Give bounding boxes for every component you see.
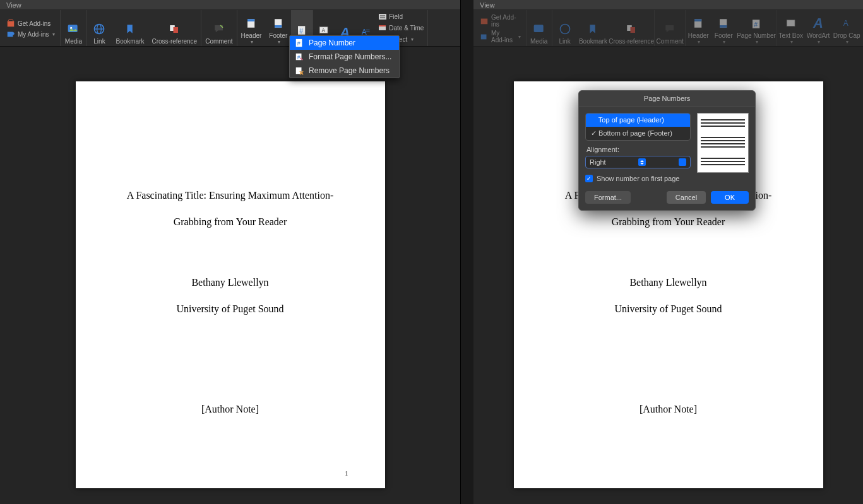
media-button[interactable]: Media [61, 10, 86, 46]
svg-rect-27 [379, 25, 386, 26]
comment-button[interactable]: Comment [201, 10, 236, 46]
crossref-button[interactable]: Cross-reference [148, 10, 201, 46]
ok-button[interactable]: OK [711, 191, 749, 204]
field-button[interactable]: Field [379, 13, 424, 20]
dropcap-button-r[interactable]: ADrop Cap [831, 10, 862, 46]
page-number-dropdown: # Page Number # Format Page Numbers... R… [289, 35, 400, 78]
doc-university: University of Puget Sound [110, 296, 350, 322]
opt-bottom-footer[interactable]: Bottom of page (Footer) [586, 127, 690, 140]
header-button-r[interactable]: Header [686, 10, 711, 46]
comment-icon [213, 23, 225, 35]
bookmark-icon [587, 23, 598, 35]
author-note-r: [Author Note] [549, 404, 789, 415]
dropcap-icon: A [840, 18, 853, 30]
svg-point-38 [560, 25, 569, 34]
addins-group-r: Get Add-ins My Add-ins [475, 10, 527, 46]
dropdown-remove[interactable]: Remove Page Numbers [290, 64, 399, 78]
media-icon [67, 22, 80, 36]
header-icon [246, 17, 257, 30]
page-number-footer: 1 [345, 469, 348, 477]
link-button[interactable]: Link [86, 10, 112, 46]
pagenum-icon: # [296, 24, 307, 37]
textbox-icon: A [318, 25, 330, 36]
svg-rect-0 [8, 21, 15, 27]
svg-rect-23 [379, 14, 386, 20]
store-icon [480, 16, 489, 25]
get-addins-button-r[interactable]: Get Add-ins [480, 14, 521, 28]
svg-rect-9 [174, 27, 179, 33]
doc-title-line2: Grabbing from Your Reader [110, 209, 350, 235]
bookmark-button-r[interactable]: Bookmark [578, 10, 609, 46]
wordart-icon: A [812, 17, 824, 30]
document-page[interactable]: A Fascinating Title: Ensuring Maximum At… [76, 81, 385, 488]
left-window: View Get Add-ins My Add-ins Media Link B… [0, 0, 461, 504]
doc-university-r: University of Puget Sound [549, 296, 789, 322]
header-icon [693, 17, 704, 30]
alignment-label: Alignment: [586, 146, 691, 153]
svg-rect-37 [533, 25, 543, 32]
pagenum-item-icon: # [295, 38, 304, 47]
show-first-page-checkbox[interactable]: ✓ Show number on first page [585, 175, 691, 182]
position-dropdown[interactable]: ✓ Top of page (Header) Bottom of page (F… [585, 113, 691, 141]
right-window: View Get Add-ins My Add-ins Media Link B… [473, 0, 863, 504]
svg-point-4 [70, 27, 72, 29]
author-note: [Author Note] [110, 404, 350, 415]
svg-rect-12 [247, 19, 254, 21]
get-addins-button[interactable]: Get Add-ins [6, 19, 51, 28]
wordart-button-r[interactable]: AWordArt [805, 10, 831, 46]
opt-top-header[interactable]: ✓ Top of page (Header) [586, 114, 690, 127]
check-icon: ✓ [585, 175, 593, 182]
link-icon [559, 23, 571, 35]
puzzle-icon [6, 30, 15, 38]
crossref-icon [625, 23, 638, 35]
dropdown-format[interactable]: # Format Page Numbers... [290, 50, 399, 64]
my-addins-button-r[interactable]: My Add-ins [480, 30, 521, 44]
doc-author-r: Bethany Llewellyn [549, 269, 789, 296]
store-icon [6, 19, 15, 28]
comment-button-r[interactable]: Comment [655, 10, 685, 46]
select-arrows-icon [638, 158, 646, 166]
svg-rect-40 [631, 27, 636, 33]
svg-text:#: # [300, 27, 304, 35]
doc-title-line2-r: Grabbing from Your Reader [549, 209, 789, 235]
page-number-button-r[interactable]: #Page Number [736, 10, 777, 46]
page-numbers-dialog: Page Numbers ✓ Top of page (Header) Bott… [578, 90, 756, 211]
svg-rect-36 [481, 35, 487, 40]
dialog-title: Page Numbers [579, 91, 755, 107]
media-icon [533, 22, 545, 36]
crossref-icon [168, 23, 181, 35]
workspace: A Fascinating Title: Ensuring Maximum At… [0, 47, 460, 504]
footer-button-r[interactable]: Footer [711, 10, 736, 46]
bookmark-button[interactable]: Bookmark [112, 10, 148, 46]
header-button[interactable]: Header [237, 10, 266, 46]
svg-rect-35 [481, 19, 488, 25]
svg-point-2 [11, 32, 14, 35]
titlebar: View [0, 0, 460, 10]
crossref-button-r[interactable]: Cross-reference [609, 10, 654, 46]
format-button[interactable]: Format... [585, 191, 631, 204]
pagenum-icon: # [751, 18, 762, 30]
datetime-button[interactable]: Date & Time [379, 25, 424, 32]
textbox-button-r[interactable]: Text Box [777, 10, 805, 46]
alignment-select[interactable]: Right [585, 156, 691, 168]
doc-title-line1: A Fascinating Title: Ensuring Maximum At… [110, 182, 350, 209]
puzzle-icon [480, 32, 489, 41]
format-item-icon: # [295, 52, 304, 61]
footer-button[interactable]: Footer [265, 10, 291, 46]
link-button-r[interactable]: Link [552, 10, 578, 46]
my-addins-button[interactable]: My Add-ins [6, 30, 55, 38]
svg-text:#: # [297, 40, 301, 47]
titlebar-r: View [473, 0, 863, 10]
addins-group: Get Add-ins My Add-ins [1, 10, 61, 46]
remove-item-icon [295, 66, 304, 75]
bookmark-icon [124, 23, 136, 35]
cancel-button[interactable]: Cancel [667, 191, 706, 204]
comment-icon [664, 23, 676, 35]
media-button-r[interactable]: Media [527, 10, 552, 46]
dropdown-page-number[interactable]: # Page Number [290, 36, 399, 50]
footer-icon [718, 17, 729, 30]
svg-text:A: A [322, 28, 326, 33]
page-preview [697, 113, 749, 173]
svg-text:#: # [754, 21, 758, 28]
svg-rect-42 [694, 19, 701, 21]
